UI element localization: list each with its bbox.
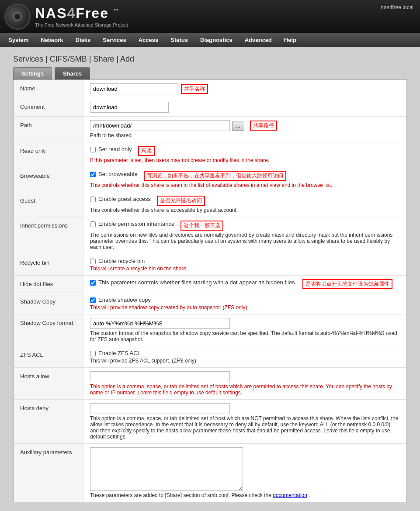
hostsdeny-row: Hosts deny This option is a comma, space… xyxy=(14,400,406,444)
browseable-row: Browseable Set browseable 可浏览，如果不选，在共享里看… xyxy=(14,167,406,192)
hostsallow-input[interactable] xyxy=(90,371,230,382)
name-row: Name 共享名称 xyxy=(14,80,406,98)
comment-field xyxy=(83,98,406,116)
inherit-row: Inherit permissions Enable permission in… xyxy=(14,217,406,254)
auxiliary-doc-link[interactable]: documentation xyxy=(273,492,307,498)
inherit-field: Enable permission inheritance 这个我一般不选 Th… xyxy=(83,217,406,254)
browse-button[interactable]: ... xyxy=(232,121,244,131)
recycle-row: Recycle bin Enable recycle bin This will… xyxy=(14,254,406,276)
comment-label: Comment xyxy=(14,98,83,116)
inherit-desc: The permissions on new files and directo… xyxy=(90,232,400,250)
recycle-checkbox[interactable] xyxy=(90,259,96,264)
shadowformat-input[interactable] xyxy=(90,318,230,329)
nav-system[interactable]: System xyxy=(2,34,35,46)
nav-help[interactable]: Help xyxy=(278,34,302,46)
nav-diagnostics[interactable]: Diagnostics xyxy=(194,34,239,46)
logo-subtitle: The Free Network Attached Storage Projec… xyxy=(35,22,128,28)
auxiliary-textarea[interactable] xyxy=(90,447,243,491)
name-input[interactable] xyxy=(90,83,177,94)
hostsallow-desc: This option is a comma, space, or tab de… xyxy=(90,383,400,396)
readonly-checkbox[interactable] xyxy=(90,147,96,152)
nav-disks[interactable]: Disks xyxy=(69,34,97,46)
browseable-checkbox-label: Set browseable xyxy=(98,171,138,177)
shadowcopy-label: Shadow Copy xyxy=(14,293,83,314)
tab-shares[interactable]: Shares xyxy=(55,67,90,79)
readonly-desc: If this parameter is set, then users may… xyxy=(90,157,400,163)
hidedot-label: Hide dot files xyxy=(14,276,83,293)
shadowformat-label: Shadow Copy format xyxy=(14,314,83,346)
nav-network[interactable]: Network xyxy=(35,34,69,46)
name-field: 共享名称 xyxy=(83,80,406,98)
recycle-desc: This will create a recycle bin on the sh… xyxy=(90,266,400,272)
hidedot-checkbox-label: This parameter controls whether files st… xyxy=(98,279,296,286)
nav-advanced[interactable]: Advanced xyxy=(239,34,278,46)
browseable-label: Browseable xyxy=(14,167,83,192)
shadowcopy-desc: This will provide shadow copy created by… xyxy=(90,304,400,311)
shadowcopy-field: Enable shadow copy This will provide sha… xyxy=(83,293,406,314)
inherit-annotation: 这个我一般不选 xyxy=(180,221,223,231)
browseable-checkbox[interactable] xyxy=(90,172,96,177)
auxiliary-desc: These parameters are added to [Share] se… xyxy=(90,492,400,498)
name-annotation: 共享名称 xyxy=(181,84,208,94)
shadowcopy-checkbox[interactable] xyxy=(90,297,96,303)
logo-icon xyxy=(4,3,31,30)
shadowformat-desc: The custom format of the snapshot for sh… xyxy=(90,330,400,342)
recycle-checkbox-label: Enable recycle bin xyxy=(98,258,145,264)
main-nav: System Network Disks Services Access Sta… xyxy=(0,33,420,47)
hostname: nas4free.local xyxy=(381,4,413,10)
guest-label: Guest xyxy=(14,192,83,217)
inherit-label: Inherit permissions xyxy=(14,217,83,254)
readonly-row: Read only Set read only 只读 If this param… xyxy=(14,142,406,167)
guest-checkbox-label: Enable guest access xyxy=(98,196,151,202)
readonly-checkbox-label: Set read only xyxy=(98,146,132,152)
tab-settings[interactable]: Settings xyxy=(13,67,52,79)
form-content: Name 共享名称 Comment Path ... 共享路径 Path to … xyxy=(13,79,407,502)
shadowformat-row: Shadow Copy format The custom format of … xyxy=(14,314,406,346)
readonly-annotation: 只读 xyxy=(138,146,155,156)
comment-row: Comment xyxy=(14,98,406,117)
header: NAS4Free ™ The Free Network Attached Sto… xyxy=(0,0,420,33)
nav-access[interactable]: Access xyxy=(132,34,165,46)
logo-area: NAS4Free ™ The Free Network Attached Sto… xyxy=(35,5,128,28)
auxiliary-field: These parameters are added to [Share] se… xyxy=(83,444,406,502)
guest-row: Guest Enable guest access 是否允许匿名访问 This … xyxy=(14,192,406,217)
zfsacl-checkbox-label: Enable ZFS ACL xyxy=(98,350,141,356)
inherit-checkbox-label: Enable permission inheritance xyxy=(98,221,174,227)
nav-services[interactable]: Services xyxy=(97,34,132,46)
hostsallow-label: Hosts allow xyxy=(14,368,83,399)
zfsacl-field: Enable ZFS ACL This will provide ZFS ACL… xyxy=(83,346,406,367)
path-field: ... 共享路径 Path to be shared. xyxy=(83,117,406,142)
zfsacl-checkbox[interactable] xyxy=(90,351,96,356)
path-annotation: 共享路径 xyxy=(250,121,277,131)
path-input[interactable] xyxy=(90,120,230,131)
auxiliary-row: Auxiliary parameters These parameters ar… xyxy=(14,444,406,502)
hidedot-annotation: 是否将以点开头的文件设为隐藏属性 xyxy=(302,279,392,289)
comment-input[interactable] xyxy=(90,102,169,113)
hidedot-field: This parameter controls whether files st… xyxy=(83,276,406,293)
zfsacl-desc: This will provide ZFS ACL support. (ZFS … xyxy=(90,358,400,364)
browseable-field: Set browseable 可浏览，如果不选，在共享里看不到，但是输入路径可访… xyxy=(83,167,406,192)
zfsacl-label: ZFS ACL xyxy=(14,346,83,367)
breadcrumb: Services | CIFS/SMB | Share | Add xyxy=(0,47,420,67)
readonly-field: Set read only 只读 If this parameter is se… xyxy=(83,142,406,167)
guest-desc: This controls whether this share is acce… xyxy=(90,207,400,213)
auxiliary-label: Auxiliary parameters xyxy=(14,444,83,502)
hostsdeny-input[interactable] xyxy=(90,403,230,414)
guest-checkbox[interactable] xyxy=(90,197,96,202)
readonly-label: Read only xyxy=(14,142,83,167)
nav-status[interactable]: Status xyxy=(164,34,194,46)
tabs: Settings Shares xyxy=(0,67,420,79)
inherit-checkbox[interactable] xyxy=(90,221,96,227)
hostsdeny-field: This option is a comma, space, or tab de… xyxy=(83,400,406,443)
auxiliary-desc-part2: . xyxy=(309,492,310,498)
browseable-annotation: 可浏览，如果不选，在共享里看不到，但是输入路径可访问 xyxy=(144,171,286,181)
logo-icon-inner xyxy=(13,12,22,21)
name-label: Name xyxy=(14,80,83,98)
recycle-field: Enable recycle bin This will create a re… xyxy=(83,254,406,275)
zfsacl-row: ZFS ACL Enable ZFS ACL This will provide… xyxy=(14,346,406,368)
shadowcopy-row: Shadow Copy Enable shadow copy This will… xyxy=(14,293,406,314)
shadowcopy-checkbox-label: Enable shadow copy xyxy=(98,297,151,303)
guest-annotation: 是否允许匿名访问 xyxy=(157,196,205,206)
path-label: Path xyxy=(14,117,83,142)
hidedot-checkbox[interactable] xyxy=(90,280,96,286)
